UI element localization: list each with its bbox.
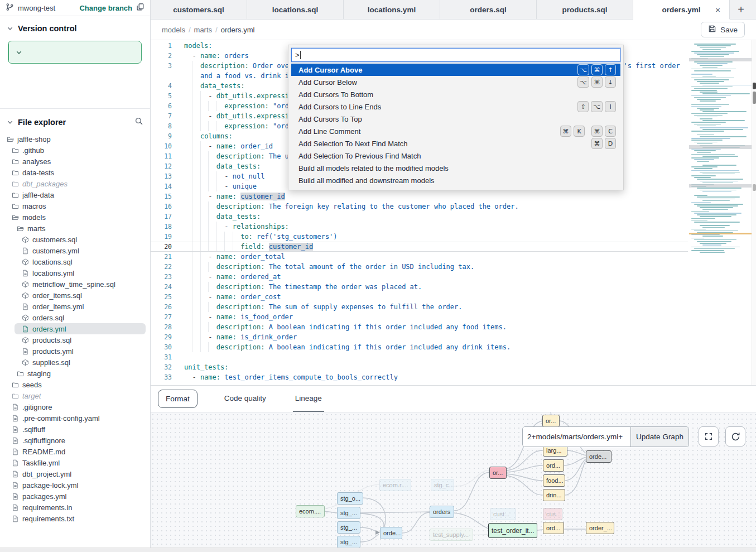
- lineage-node-test-order-it[interactable]: test_order_it...: [488, 523, 537, 538]
- lineage-selector-input[interactable]: [523, 427, 630, 447]
- tab-orders-yml[interactable]: orders.yml×: [633, 0, 730, 20]
- lineage-node-ord[interactable]: ord...: [543, 522, 564, 534]
- version-control-header[interactable]: Version control: [0, 16, 150, 33]
- command-item-add-cursors-to-top[interactable]: Add Cursors To Top: [291, 113, 620, 125]
- tree-item-requirements-txt[interactable]: requirements.txt: [0, 513, 150, 524]
- editor-line-19[interactable]: 19 to: ref('stg_customers'): [151, 232, 756, 242]
- command-item-build-all-models-related-to-the-modified-models[interactable]: Build all models related to the modified…: [291, 162, 620, 174]
- editor-line-30[interactable]: 30 description: A boolean indicating if …: [151, 342, 756, 352]
- tree-item-package-lock-yml[interactable]: package-lock.yml: [0, 479, 150, 491]
- command-item-add-line-comment[interactable]: Add Line Comment⌘K⌘C: [291, 125, 620, 137]
- tree-item-locations-sql[interactable]: locations.sql: [0, 256, 150, 267]
- tree-item-gitignore[interactable]: .gitignore: [0, 401, 150, 412]
- lineage-node-ecom[interactable]: ecom....: [296, 505, 325, 517]
- lineage-node-ord[interactable]: ord...: [543, 459, 564, 472]
- tree-item-marts[interactable]: marts: [0, 223, 150, 234]
- editor-line-26[interactable]: 26 description: The sum of supply expens…: [151, 302, 756, 312]
- tab-code-quality[interactable]: Code quality: [222, 386, 268, 412]
- editor-line-32[interactable]: 32unit_tests:: [151, 362, 756, 372]
- editor-line-33[interactable]: 33 - name: test_order_items_compute_to_b…: [151, 372, 756, 382]
- tab-lineage[interactable]: Lineage: [293, 386, 324, 412]
- tree-item-staging[interactable]: staging: [0, 368, 150, 379]
- editor-scrollbar[interactable]: [752, 40, 756, 385]
- tree-item-requirements-in[interactable]: requirements.in: [0, 502, 150, 513]
- command-item-add-cursor-above[interactable]: Add Cursor Above⌥⌘↑: [291, 64, 620, 76]
- horizontal-scrollbar[interactable]: [0, 548, 756, 552]
- tree-item-analyses[interactable]: analyses: [0, 156, 150, 167]
- lineage-node-orde[interactable]: orde...: [586, 450, 611, 463]
- lineage-node-stg-o[interactable]: stg_o...: [337, 492, 363, 505]
- tree-item-models[interactable]: models: [0, 212, 150, 223]
- lineage-node-order[interactable]: order_...: [586, 522, 614, 534]
- lineage-canvas[interactable]: ecom....stg_o...stg_...stg_...stg_...ord…: [151, 412, 756, 548]
- command-item-add-cursor-below[interactable]: Add Cursor Below⌥⌘↓: [291, 76, 620, 88]
- search-icon[interactable]: [134, 117, 143, 128]
- change-branch-link[interactable]: Change branch: [79, 4, 132, 12]
- lineage-node-drin[interactable]: drin...: [543, 489, 565, 501]
- editor-line-24[interactable]: 24 description: The timestamp the order …: [151, 282, 756, 292]
- lineage-node-or[interactable]: or...: [542, 415, 560, 427]
- lineage-node-stg[interactable]: stg_...: [337, 507, 360, 519]
- editor-line-28[interactable]: 28 description: A boolean indicating if …: [151, 322, 756, 332]
- tree-item-metricflow-time-spine-sql[interactable]: metricflow_time_spine.sql: [0, 279, 150, 290]
- fullscreen-button[interactable]: [699, 426, 719, 447]
- editor-line-25[interactable]: 25 - name: order_cost: [151, 292, 756, 302]
- command-item-add-selection-to-next-find-match[interactable]: Add Selection To Next Find Match⌘D: [291, 137, 620, 150]
- editor-line-29[interactable]: 29 - name: is_drink_order: [151, 332, 756, 342]
- tab-customers-sql[interactable]: customers.sql: [151, 0, 247, 19]
- command-item-add-cursors-to-line-ends[interactable]: Add Cursors to Line Ends⇧⌥I: [291, 100, 620, 113]
- tree-item-macros[interactable]: macros: [0, 200, 150, 212]
- tree-item-customers-sql[interactable]: customers.sql: [0, 234, 150, 245]
- tree-item-order-items-yml[interactable]: order_items.yml: [0, 301, 150, 312]
- editor-line-15[interactable]: 15 - name: customer_id: [151, 191, 756, 201]
- tree-item-sqlfluff[interactable]: .sqlfluff: [0, 424, 150, 435]
- new-tab-button[interactable]: +: [730, 0, 752, 19]
- command-item-add-cursors-to-bottom[interactable]: Add Cursors To Bottom: [291, 88, 620, 100]
- create-pr-button[interactable]: Create a pull request on Git...: [8, 41, 142, 64]
- tab-orders-sql[interactable]: orders.sql: [440, 0, 537, 19]
- copy-branch-icon[interactable]: [136, 3, 145, 13]
- file-explorer-header[interactable]: File explorer: [0, 109, 150, 128]
- close-tab-icon[interactable]: ×: [714, 5, 721, 15]
- create-pr-dropdown[interactable]: [8, 41, 28, 63]
- editor-line-16[interactable]: 16 description: The foreign key relating…: [151, 201, 756, 212]
- lineage-node-orde[interactable]: orde...: [380, 527, 402, 539]
- tree-item-orders-yml[interactable]: orders.yml: [0, 323, 150, 334]
- editor-minimap[interactable]: [689, 42, 752, 261]
- tree-item-sqlfluffignore[interactable]: .sqlfluffignore: [0, 435, 150, 446]
- lineage-node-stg[interactable]: stg_...: [337, 521, 360, 534]
- tree-item-locations-yml[interactable]: locations.yml: [0, 267, 150, 279]
- editor-line-31[interactable]: 31: [151, 352, 756, 362]
- tree-item-orders-sql[interactable]: orders.sql: [0, 312, 150, 323]
- tree-item-packages-yml[interactable]: packages.yml: [0, 491, 150, 502]
- tree-item-order-items-sql[interactable]: order_items.sql: [0, 290, 150, 301]
- tree-item-pre-commit-config-yaml[interactable]: .pre-commit-config.yaml: [0, 412, 150, 424]
- editor-line-22[interactable]: 22 description: The total amount of the …: [151, 262, 756, 272]
- editor-line-21[interactable]: 21 - name: order_total: [151, 252, 756, 262]
- tree-item-jaffle-data[interactable]: jaffle-data: [0, 189, 150, 200]
- command-item-add-selection-to-previous-find-match[interactable]: Add Selection To Previous Find Match: [291, 150, 620, 162]
- tab-products-sql[interactable]: products.sql: [537, 0, 633, 19]
- format-button[interactable]: Format: [158, 390, 198, 408]
- tree-item-products-sql[interactable]: products.sql: [0, 334, 150, 345]
- lineage-node-or[interactable]: or...: [489, 467, 507, 479]
- tree-item-github[interactable]: .github: [0, 145, 150, 156]
- tab-locations-sql[interactable]: locations.sql: [247, 0, 344, 19]
- command-item-build-all-modified-and-downstream-models[interactable]: Build all modified and downstream models: [291, 174, 620, 186]
- tree-item-dbt-project-yml[interactable]: dbt_project.yml: [0, 468, 150, 479]
- tree-item-dbt-packages[interactable]: dbt_packages: [0, 178, 150, 189]
- tree-item-seeds[interactable]: seeds: [0, 379, 150, 390]
- tab-locations-yml[interactable]: locations.yml: [344, 0, 440, 19]
- tree-item-readme-md[interactable]: README.md: [0, 446, 150, 457]
- tree-item-data-tests[interactable]: data-tests: [0, 167, 150, 178]
- refresh-button[interactable]: [725, 426, 745, 447]
- command-input[interactable]: >: [291, 48, 620, 62]
- lineage-node-food[interactable]: food...: [543, 474, 565, 487]
- tree-item-jaffle-shop[interactable]: jaffle-shop: [0, 133, 150, 145]
- editor-line-20[interactable]: 20 field: customer_id: [151, 242, 688, 252]
- editor-line-18[interactable]: 18 - relationships:: [151, 222, 756, 232]
- lineage-node-stg[interactable]: stg_...: [337, 536, 360, 548]
- tree-item-products-yml[interactable]: products.yml: [0, 345, 150, 357]
- tree-item-target[interactable]: target: [0, 390, 150, 401]
- tree-item-supplies-sql[interactable]: supplies.sql: [0, 357, 150, 368]
